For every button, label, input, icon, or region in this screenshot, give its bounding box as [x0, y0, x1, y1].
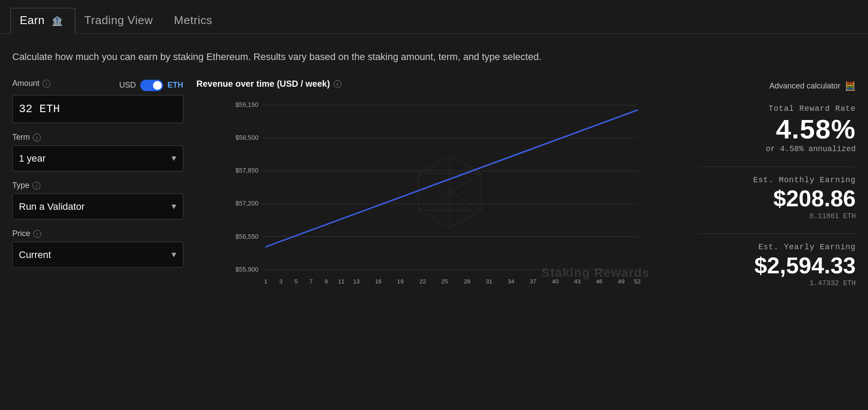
tab-bar: Earn 🏦 Trading View Metrics — [0, 0, 868, 34]
svg-text:3: 3 — [279, 278, 283, 285]
svg-text:46: 46 — [596, 278, 603, 285]
usd-eth-toggle-group: USD ETH — [119, 80, 183, 91]
svg-text:40: 40 — [552, 278, 559, 285]
term-info-icon[interactable]: i — [33, 134, 41, 141]
monthly-earning-block: Est. Monthly Earning $208.86 0.11861 ETH — [698, 176, 856, 220]
eth-label: ETH — [167, 81, 183, 90]
revenue-chart: $59,150 $58,500 $57,850 $57,200 $56,550 … — [196, 96, 685, 306]
svg-text:13: 13 — [353, 278, 359, 285]
left-panel: Amount i USD ETH Term i — [12, 79, 183, 274]
type-info-icon[interactable]: i — [32, 182, 40, 190]
divider-2 — [698, 233, 856, 234]
price-label-row: Price i — [12, 229, 183, 238]
tab-metrics-label: Metrics — [174, 14, 212, 27]
svg-text:5: 5 — [294, 278, 298, 285]
amount-info-icon[interactable]: i — [43, 80, 50, 88]
svg-text:$57,200: $57,200 — [235, 200, 259, 207]
monthly-eth: 0.11861 ETH — [698, 212, 856, 220]
term-group: Term i 1 month 3 months 6 months 1 year … — [12, 133, 183, 171]
description-text: Calculate how much you can earn by staki… — [0, 34, 701, 74]
svg-text:52: 52 — [634, 278, 640, 285]
tab-metrics[interactable]: Metrics — [165, 8, 224, 33]
svg-text:$55,900: $55,900 — [235, 266, 259, 273]
yearly-value: $2,594.33 — [698, 254, 856, 277]
svg-text:9: 9 — [324, 278, 328, 285]
svg-text:25: 25 — [441, 278, 448, 285]
amount-label: Amount — [12, 79, 39, 88]
total-reward-sub: or 4.58% annualized — [698, 145, 856, 153]
chart-title: Revenue over time (USD / week) i — [196, 79, 685, 89]
tab-earn[interactable]: Earn 🏦 — [11, 8, 75, 34]
term-label-row: Term i — [12, 133, 183, 142]
monthly-value: $208.86 — [698, 187, 856, 210]
tab-trading-view-label: Trading View — [84, 14, 153, 27]
svg-text:31: 31 — [486, 278, 492, 285]
svg-text:19: 19 — [397, 278, 404, 285]
svg-text:37: 37 — [530, 278, 536, 285]
type-select[interactable]: Run a Validator Staking Pool CEX DeFi — [12, 194, 183, 219]
chart-panel: Revenue over time (USD / week) i $59,150… — [196, 79, 685, 306]
right-panel: Advanced calculator 🧮 Total Reward Rate … — [698, 79, 856, 300]
chart-info-icon[interactable]: i — [334, 80, 342, 88]
term-select[interactable]: 1 month 3 months 6 months 1 year 2 years… — [12, 145, 183, 171]
svg-text:$56,550: $56,550 — [235, 233, 259, 240]
term-select-wrapper: 1 month 3 months 6 months 1 year 2 years… — [12, 145, 183, 171]
total-reward-block: Total Reward Rate 4.58% or 4.58% annuali… — [698, 104, 856, 153]
svg-text:28: 28 — [464, 278, 470, 285]
tab-trading-view[interactable]: Trading View — [75, 8, 165, 33]
price-select-wrapper: Current Custom ▼ — [12, 242, 183, 268]
type-group: Type i Run a Validator Staking Pool CEX … — [12, 181, 183, 219]
svg-text:11: 11 — [338, 278, 345, 285]
divider-1 — [698, 166, 856, 167]
type-label-row: Type i — [12, 181, 183, 190]
amount-input[interactable] — [12, 95, 183, 123]
svg-text:$58,500: $58,500 — [235, 134, 259, 141]
term-label: Term — [12, 133, 30, 142]
total-reward-label: Total Reward Rate — [698, 104, 856, 113]
price-select[interactable]: Current Custom — [12, 242, 183, 268]
earn-icon: 🏦 — [52, 16, 63, 26]
type-label: Type — [12, 181, 29, 190]
yearly-earning-block: Est. Yearly Earning $2,594.33 1.47332 ET… — [698, 243, 856, 287]
svg-text:1: 1 — [264, 278, 268, 285]
calculator-icon[interactable]: 🧮 — [845, 81, 856, 91]
amount-label-row: Amount i — [12, 79, 50, 88]
total-reward-value: 4.58% — [698, 116, 856, 143]
svg-text:49: 49 — [618, 278, 625, 285]
usd-label: USD — [119, 81, 136, 90]
svg-text:$59,150: $59,150 — [235, 101, 259, 108]
svg-text:34: 34 — [508, 278, 515, 285]
chart-container: $59,150 $58,500 $57,850 $57,200 $56,550 … — [196, 96, 685, 306]
currency-toggle[interactable] — [140, 80, 163, 91]
svg-text:43: 43 — [574, 278, 580, 285]
yearly-eth: 1.47332 ETH — [698, 279, 856, 287]
svg-line-41 — [418, 210, 450, 229]
price-info-icon[interactable]: i — [33, 230, 41, 238]
svg-text:22: 22 — [420, 278, 426, 285]
yearly-label: Est. Yearly Earning — [698, 243, 856, 251]
svg-text:16: 16 — [375, 278, 382, 285]
adv-calc-label: Advanced calculator — [769, 81, 840, 91]
monthly-label: Est. Monthly Earning — [698, 176, 856, 184]
amount-group: Amount i USD ETH — [12, 79, 183, 123]
svg-line-40 — [450, 210, 481, 229]
price-label: Price — [12, 229, 30, 238]
type-select-wrapper: Run a Validator Staking Pool CEX DeFi ▼ — [12, 194, 183, 219]
tab-earn-label: Earn — [20, 14, 45, 27]
main-content: Amount i USD ETH Term i — [0, 74, 868, 311]
price-group: Price i Current Custom ▼ — [12, 229, 183, 268]
advanced-calculator-row: Advanced calculator 🧮 — [698, 81, 856, 91]
svg-text:$57,850: $57,850 — [235, 167, 259, 174]
toggle-thumb — [153, 81, 162, 90]
amount-row: Amount i USD ETH — [12, 79, 183, 92]
svg-text:7: 7 — [309, 278, 313, 285]
chart-title-text: Revenue over time (USD / week) — [196, 79, 330, 89]
